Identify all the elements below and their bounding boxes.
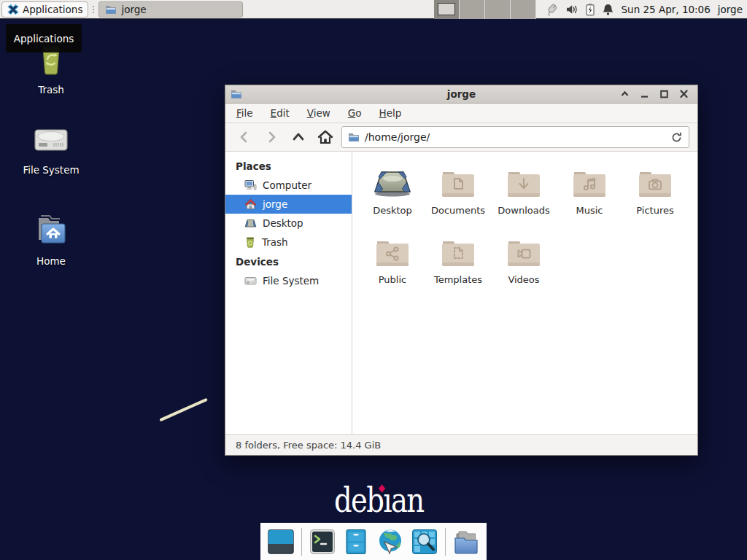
back-button[interactable] [233,127,255,147]
sidebar-item-jorge[interactable]: jorge [225,195,352,214]
workspace-1[interactable] [434,0,460,19]
sidebar-item-file-system[interactable]: File System [225,271,352,290]
wallpaper-line-art [159,398,207,421]
statusbar-text: 8 folders, Free space: 14.4 GiB [236,440,381,451]
file-item-videos[interactable]: Videos [491,233,557,302]
menu-go[interactable]: Go [348,107,362,119]
path-input[interactable]: /home/jorge/ [365,131,665,143]
applications-tooltip: Applications [6,24,82,52]
menubar: FileEditViewGoHelp [225,104,697,123]
path-bar[interactable]: /home/jorge/ [341,126,689,148]
desktop-item-icon [372,163,413,198]
sidebar-item-label: File System [263,275,319,287]
sidebar-header-places: Places [225,156,352,176]
menu-help[interactable]: Help [379,107,402,119]
workspace-3[interactable] [485,0,511,19]
minimize-button[interactable] [640,90,649,98]
file-item-label: Public [379,274,406,285]
file-manager-icon [344,529,368,555]
folder-downloads-icon [506,163,541,198]
workspace-4[interactable] [511,0,536,19]
workspace-switcher[interactable] [434,0,536,19]
mouse-icon[interactable] [545,3,559,16]
panel-clock[interactable]: Sun 25 Apr, 10:06 [622,4,711,15]
statusbar: 8 folders, Free space: 14.4 GiB [225,434,697,455]
folder-documents-icon [441,163,476,198]
window-controls [620,90,697,98]
desktop-icon-home[interactable]: Home [7,214,95,267]
system-tray [545,3,614,16]
folder-music-icon [572,163,607,198]
file-item-label: Templates [434,274,482,285]
window-titlebar[interactable]: jorge [225,85,697,104]
dock-file-manager-button[interactable] [343,528,371,556]
path-folder-icon [348,132,360,142]
applications-menu-label: Applications [23,4,82,15]
desktop-icon-file-system[interactable]: File System [7,122,95,176]
file-item-public[interactable]: Public [360,233,425,302]
home-icon [244,198,257,210]
home-nav-icon [317,130,333,144]
top-panel: Applications jorge Sun 25 Apr, 10:06 jor… [0,0,747,19]
panel-user-label[interactable]: jorge [718,4,743,15]
desktop-small-icon [244,217,257,229]
dock-terminal-button[interactable] [309,528,336,556]
panel-grip-handle[interactable] [90,6,97,13]
sidebar-item-label: Desktop [263,217,303,229]
file-item-templates[interactable]: Templates [425,233,491,302]
file-item-music[interactable]: Music [557,163,622,233]
file-item-downloads[interactable]: Downloads [491,163,557,233]
file-item-label: Music [576,205,603,216]
maximize-button[interactable] [659,90,669,98]
file-manager-body: PlacesComputerjorgeDesktopTrashDevicesFi… [225,152,697,434]
sidebar-item-label: Trash [262,236,288,248]
notification-bell-icon[interactable] [602,3,614,16]
file-item-pictures[interactable]: Pictures [622,163,688,233]
taskbar-window-label: jorge [121,4,146,15]
xfce-logo-icon [7,4,19,15]
taskbar-window-button[interactable]: jorge [98,1,243,18]
app-finder-icon [411,529,438,555]
file-item-label: Pictures [636,205,673,216]
folder-pictures-icon [638,163,673,198]
drive-large-icon [33,122,69,156]
dock-app-finder-button[interactable] [411,528,438,556]
up-button[interactable] [287,127,309,147]
applications-tooltip-text: Applications [14,33,74,44]
file-item-label: Desktop [373,205,412,216]
sidebar-header-devices: Devices [225,252,352,271]
forward-button[interactable] [260,127,282,147]
debian-wallpaper-logo: debıan [334,480,423,520]
home-folder-large-icon [33,214,69,247]
back-icon [237,130,252,144]
battery-charging-icon[interactable] [585,3,595,16]
trash-small-icon [244,236,256,248]
home-button[interactable] [314,127,336,147]
drive-small-icon [244,276,257,286]
workspace-2[interactable] [460,0,485,19]
dock-show-desktop-button[interactable] [267,528,295,556]
sidebar-item-computer[interactable]: Computer [225,176,352,195]
folder-window-icon [105,4,117,15]
shade-button[interactable] [620,90,630,98]
sidebar: PlacesComputerjorgeDesktopTrashDevicesFi… [225,152,352,434]
sidebar-item-trash[interactable]: Trash [225,233,352,252]
dock-web-browser-button[interactable] [376,528,404,556]
sidebar-item-desktop[interactable]: Desktop [225,214,352,233]
dock-directory-menu-button[interactable] [452,528,480,556]
folder-videos-icon [506,233,541,268]
forward-icon [264,130,279,144]
file-manager-toolbar: /home/jorge/ [225,123,697,152]
close-button[interactable] [679,90,689,98]
applications-menu-button[interactable]: Applications [1,1,88,18]
menu-edit[interactable]: Edit [271,107,290,119]
menu-file[interactable]: File [236,107,253,119]
file-manager-window: jorge FileEditViewGoHelp /home/jorge/ Pl… [225,85,698,456]
desktop-icon-label: Home [7,255,95,267]
volume-icon[interactable] [565,3,578,16]
menu-view[interactable]: View [307,107,330,119]
file-item-documents[interactable]: Documents [425,163,491,233]
reload-icon[interactable] [670,131,683,144]
desktop-icon-label: Trash [7,84,95,96]
file-item-desktop[interactable]: Desktop [360,163,425,233]
